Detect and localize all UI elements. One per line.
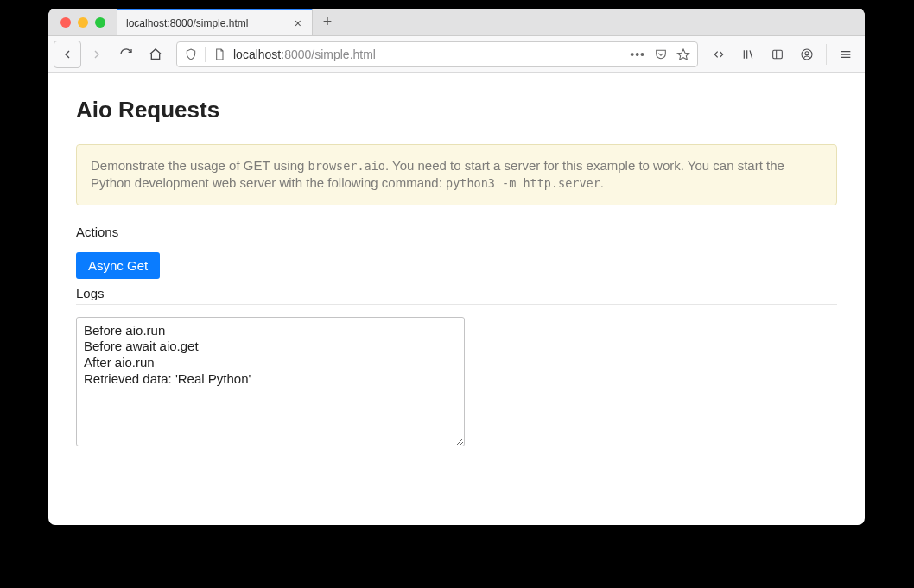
logs-heading: Logs <box>76 286 837 305</box>
address-bar[interactable]: localhost:8000/simple.html ••• <box>176 41 698 67</box>
async-get-button[interactable]: Async Get <box>76 252 160 279</box>
pocket-icon[interactable] <box>654 47 668 61</box>
page-title: Aio Requests <box>76 97 837 123</box>
svg-point-7 <box>805 51 809 54</box>
page-content: Aio Requests Demonstrate the usage of GE… <box>48 73 865 474</box>
banner-text-3: . <box>600 175 604 190</box>
bookmark-star-icon[interactable] <box>676 47 690 61</box>
info-banner: Demonstrate the usage of GET using brows… <box>76 144 837 205</box>
close-tab-icon[interactable]: × <box>293 16 303 30</box>
hamburger-menu-button[interactable] <box>832 41 860 68</box>
divider <box>205 47 206 62</box>
reload-button[interactable] <box>112 41 140 68</box>
actions-heading: Actions <box>76 224 837 243</box>
account-button[interactable] <box>793 41 821 68</box>
svg-rect-4 <box>773 50 783 58</box>
browser-toolbar: localhost:8000/simple.html ••• <box>48 36 865 73</box>
banner-code-2: python3 -m http.server <box>446 176 600 190</box>
meatballs-icon[interactable]: ••• <box>630 47 645 61</box>
divider <box>826 44 827 65</box>
url-path: :8000/simple.html <box>281 47 376 61</box>
shield-icon[interactable] <box>184 47 198 61</box>
nav-back-button[interactable] <box>54 41 81 68</box>
maximize-window-icon[interactable] <box>95 17 105 28</box>
nav-forward-button <box>83 41 111 68</box>
browser-tab[interactable]: localhost:8000/simple.html × <box>117 9 313 35</box>
devtools-button[interactable] <box>705 41 733 68</box>
browser-window: localhost:8000/simple.html × + lo <box>48 9 865 525</box>
svg-line-3 <box>750 50 752 58</box>
url-host: localhost <box>233 47 281 61</box>
minimize-window-icon[interactable] <box>78 17 88 28</box>
tab-bar: localhost:8000/simple.html × + <box>48 9 865 36</box>
window-controls <box>48 9 117 35</box>
url-actions: ••• <box>630 47 690 61</box>
sidebar-button[interactable] <box>764 41 791 68</box>
banner-text-1: Demonstrate the usage of GET using <box>91 158 308 173</box>
new-tab-button[interactable]: + <box>313 9 342 35</box>
logs-textarea[interactable] <box>76 317 465 446</box>
page-icon <box>213 47 226 61</box>
close-window-icon[interactable] <box>60 17 71 28</box>
home-button[interactable] <box>142 41 169 68</box>
banner-code-1: browser.aio <box>308 159 385 173</box>
url-text: localhost:8000/simple.html <box>233 47 376 61</box>
svg-marker-0 <box>677 49 689 60</box>
library-button[interactable] <box>734 41 762 68</box>
tab-title: localhost:8000/simple.html <box>126 17 293 29</box>
